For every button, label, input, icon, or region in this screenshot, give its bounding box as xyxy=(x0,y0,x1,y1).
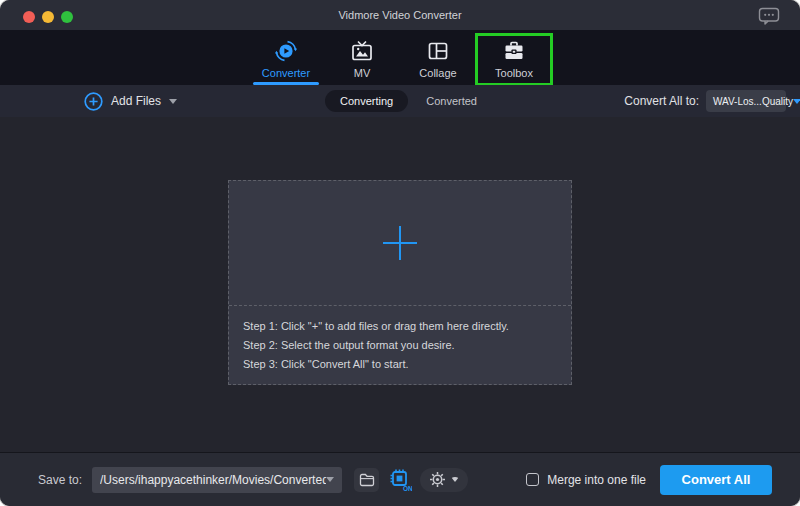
title-bar: Vidmore Video Converter xyxy=(0,0,800,30)
save-to-label: Save to: xyxy=(38,473,82,487)
tab-mv[interactable]: MV xyxy=(329,39,395,80)
save-path-value: /Users/ihappyacethinker/Movies/Converted xyxy=(100,473,326,487)
traffic-lights xyxy=(23,11,73,23)
speech-bubble-icon xyxy=(758,7,780,25)
hardware-acceleration-toggle[interactable]: ON xyxy=(387,468,412,492)
main-area: Step 1: Click "+" to add files or drag t… xyxy=(0,117,800,452)
mv-screen-icon xyxy=(350,39,374,63)
queue-view-tabs: Converting Converted xyxy=(325,85,477,117)
feedback-button[interactable] xyxy=(758,7,780,25)
main-nav: Converter MV Collage xyxy=(0,30,800,85)
tab-converting[interactable]: Converting xyxy=(325,90,408,112)
toolbox-briefcase-icon xyxy=(502,39,526,63)
add-plus-circle-icon xyxy=(84,92,103,111)
convert-all-to-label: Convert All to: xyxy=(624,94,699,108)
tab-converted[interactable]: Converted xyxy=(426,95,477,107)
save-path-caret-icon[interactable] xyxy=(326,477,334,482)
drop-zone-add-area[interactable] xyxy=(229,181,571,306)
merge-checkbox[interactable] xyxy=(526,473,539,486)
instruction-steps: Step 1: Click "+" to add files or drag t… xyxy=(229,306,571,384)
app-window: Vidmore Video Converter Converter xyxy=(0,0,800,506)
convert-all-button[interactable]: Convert All xyxy=(660,465,772,495)
step-3: Step 3: Click "Convert All" to start. xyxy=(243,358,557,370)
zoom-button[interactable] xyxy=(61,11,73,23)
tab-mv-label: MV xyxy=(354,67,371,80)
convert-all-to-group: Convert All to: WAV-Los...Quality xyxy=(624,85,786,117)
tab-toolbox[interactable]: Toolbox xyxy=(481,39,547,80)
add-files-caret-icon[interactable] xyxy=(169,99,177,104)
settings-button[interactable] xyxy=(420,468,468,492)
tab-toolbox-label: Toolbox xyxy=(495,67,533,80)
merge-label: Merge into one file xyxy=(547,473,646,487)
folder-icon xyxy=(359,473,375,487)
add-files-label: Add Files xyxy=(111,94,161,108)
output-format-value: WAV-Los...Quality xyxy=(713,96,793,107)
open-folder-button[interactable] xyxy=(354,468,379,492)
tab-collage-label: Collage xyxy=(419,67,456,80)
file-drop-zone[interactable]: Step 1: Click "+" to add files or drag t… xyxy=(228,180,572,385)
tab-converter[interactable]: Converter xyxy=(253,39,319,80)
merge-into-one-file-option[interactable]: Merge into one file xyxy=(526,473,646,487)
tab-converter-label: Converter xyxy=(262,67,310,80)
collage-grid-icon xyxy=(426,39,450,63)
step-1: Step 1: Click "+" to add files or drag t… xyxy=(243,320,557,332)
add-files-plus-icon[interactable] xyxy=(383,226,417,260)
add-files-button[interactable]: Add Files xyxy=(84,85,177,117)
window-title: Vidmore Video Converter xyxy=(338,9,461,21)
footer-bar: Save to: /Users/ihappyacethinker/Movies/… xyxy=(0,452,800,506)
sub-toolbar: Add Files Converting Converted Convert A… xyxy=(0,85,800,117)
step-2: Step 2: Select the output format you des… xyxy=(243,339,557,351)
settings-caret-icon xyxy=(451,477,459,482)
converter-sync-play-icon xyxy=(274,39,298,63)
output-format-select[interactable]: WAV-Los...Quality xyxy=(706,90,786,112)
save-path-field[interactable]: /Users/ihappyacethinker/Movies/Converted xyxy=(92,467,342,493)
gear-icon xyxy=(429,471,446,488)
tab-collage[interactable]: Collage xyxy=(405,39,471,80)
close-button[interactable] xyxy=(23,11,35,23)
minimize-button[interactable] xyxy=(42,11,54,23)
format-caret-icon xyxy=(793,99,800,104)
gpu-chip-icon: ON xyxy=(388,468,412,492)
hw-accel-on-badge: ON xyxy=(403,484,412,491)
